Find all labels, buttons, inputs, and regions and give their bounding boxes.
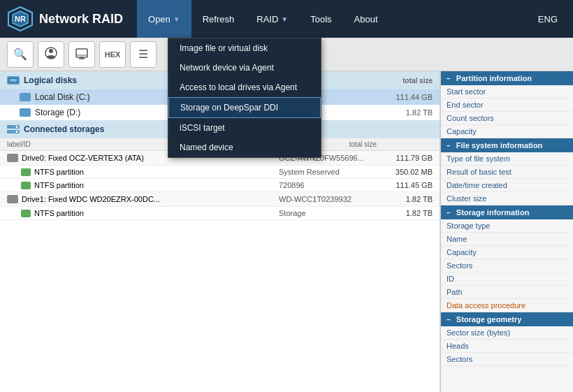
connected-storages-icon (7, 124, 20, 134)
filesystem-collapse-icon: − (447, 142, 451, 150)
nav-raid[interactable]: RAID ▼ (245, 0, 299, 38)
datetime-created-row[interactable]: Date/time created (441, 179, 573, 192)
menu-storage-deepspar[interactable]: Storage on DeepSpar DDI (168, 97, 321, 118)
nav-about-label: About (354, 14, 378, 24)
logo-area: NR Network RAID (7, 6, 123, 32)
nav-raid-arrow: ▼ (281, 15, 288, 23)
local-drives-button[interactable] (68, 41, 95, 68)
list-icon: ☰ (138, 48, 148, 61)
nav-open[interactable]: Open ▼ (137, 0, 191, 38)
filesystem-info-title: File system information (456, 141, 542, 150)
result-basic-test-row[interactable]: Result of basic test (441, 166, 573, 179)
ntfs-partition-2-item[interactable]: NTFS partition 720896 111.45 GB (0, 179, 440, 192)
storage-d-icon (20, 108, 31, 117)
hex-button[interactable]: HEX (99, 41, 126, 68)
partition-info-header[interactable]: − Partition information (441, 71, 573, 85)
partition-info-title: Partition information (456, 74, 532, 82)
nav-raid-label: RAID (256, 14, 278, 24)
data-access-procedure-row[interactable]: Data access procedure (441, 299, 573, 312)
nav-tools-label: Tools (310, 14, 331, 24)
storage-type-row[interactable]: Storage type (441, 219, 573, 233)
count-sectors-row[interactable]: Count sectors (441, 112, 573, 125)
app-title: Network RAID (39, 12, 123, 27)
type-of-filesystem-row[interactable]: Type of file system (441, 152, 573, 166)
nav-about[interactable]: About (343, 0, 389, 38)
storage-geometry-header[interactable]: − Storage geometry (441, 312, 573, 326)
list-button[interactable]: ☰ (130, 41, 157, 68)
ntfs1-size: 350.02 MB (377, 168, 433, 176)
sector-size-row[interactable]: Sector size (bytes) (441, 326, 573, 340)
storage-path-row[interactable]: Path (441, 286, 573, 299)
partition-collapse-icon: − (447, 75, 451, 82)
menu-local-drives-agent[interactable]: Access to local drives via Agent (168, 78, 321, 97)
open-dropdown: Image file or virtual disk Network devic… (168, 38, 321, 158)
capacity-row[interactable]: Capacity (441, 125, 573, 138)
ntfs2-label: NTFS partition (34, 181, 84, 189)
lang-selector[interactable]: ENG (530, 14, 566, 24)
nav-open-label: Open (148, 14, 171, 24)
logical-disks-title: Logical disks (24, 75, 77, 85)
ntfs3-icon (21, 210, 31, 217)
drive0-label: Drive0: Fixed OCZ-VERTEX3 (ATA) (22, 154, 144, 162)
dropdown-menu-container: Image file or virtual disk Network devic… (168, 38, 321, 158)
nav-refresh-label: Refresh (203, 14, 235, 24)
ntfs3-label-id: Storage (279, 209, 377, 217)
nav-refresh[interactable]: Refresh (191, 0, 246, 38)
drive1-label-id: WD-WCC1T0239932 (279, 195, 377, 203)
storage-geometry-title: Storage geometry (456, 315, 522, 324)
sectors-row[interactable]: Sectors (441, 353, 573, 366)
ntfs-partition-3-item[interactable]: NTFS partition Storage 1.82 TB (0, 207, 440, 220)
nav-tools[interactable]: Tools (299, 0, 342, 38)
drive1-label: Drive1: Fixed WDC WD20EZRX-00DC... (22, 195, 160, 203)
nav-menu: Open ▼ Refresh RAID ▼ Tools About (137, 0, 530, 38)
ntfs-partition-1-item[interactable]: NTFS partition System Reserved 350.02 MB (0, 166, 440, 179)
menu-iscsi-target[interactable]: iSCSI target (168, 118, 321, 138)
storage-sectors-row[interactable]: Sectors (441, 259, 573, 273)
storage-capacity-row[interactable]: Capacity (441, 246, 573, 259)
drive1-icon (7, 195, 18, 203)
start-sector-row[interactable]: Start sector (441, 85, 573, 99)
logical-disks-icon (7, 75, 20, 85)
svg-rect-5 (76, 49, 87, 57)
storage-info-title: Storage information (456, 208, 530, 217)
ntfs1-label: NTFS partition (34, 168, 84, 176)
ntfs2-sector: 720896 (279, 181, 377, 189)
menu-named-device[interactable]: Named device (168, 138, 321, 157)
svg-point-14 (16, 126, 18, 128)
search-button[interactable]: 🔍 (7, 41, 34, 68)
agent-button[interactable] (38, 41, 64, 68)
ntfs1-label-id: System Reserved (279, 168, 377, 176)
connected-storages-title: Connected storages (24, 124, 104, 134)
local-icon (75, 46, 89, 62)
svg-point-4 (49, 49, 53, 53)
ntfs3-size: 1.82 TB (377, 209, 433, 217)
search-icon: 🔍 (13, 48, 27, 61)
svg-point-15 (16, 131, 18, 133)
ntfs2-size: 111.45 GB (377, 181, 433, 189)
nav-open-arrow: ▼ (173, 15, 180, 23)
drive0-size: 111.79 GB (377, 154, 433, 162)
storage-id-row[interactable]: ID (441, 273, 573, 286)
drive1-item[interactable]: Drive1: Fixed WDC WD20EZRX-00DC... WD-WC… (0, 192, 440, 207)
app-logo-icon: NR (7, 6, 34, 32)
menu-network-agent[interactable]: Network device via Agent (168, 58, 321, 78)
svg-point-7 (81, 57, 83, 59)
local-disk-c-icon (20, 93, 31, 101)
ntfs1-icon (21, 168, 31, 176)
agent-icon (44, 46, 58, 62)
local-disk-c-size: 111.44 GB (396, 93, 433, 101)
ntfs3-label: NTFS partition (34, 209, 84, 217)
heads-row[interactable]: Heads (441, 340, 573, 353)
svg-rect-11 (10, 79, 17, 82)
storage-info-header[interactable]: − Storage information (441, 205, 573, 219)
svg-text:NR: NR (15, 15, 26, 23)
col-total-size: total size (321, 140, 377, 148)
end-sector-row[interactable]: End sector (441, 99, 573, 112)
storage-name-row[interactable]: Name (441, 233, 573, 246)
filesystem-info-header[interactable]: − File system information (441, 138, 573, 152)
menu-image-file[interactable]: Image file or virtual disk (168, 38, 321, 58)
drive1-size: 1.82 TB (377, 195, 433, 203)
storage-d-size: 1.82 TB (406, 108, 433, 117)
storage-collapse-icon: − (447, 209, 451, 217)
cluster-size-row[interactable]: Cluster size (441, 192, 573, 205)
